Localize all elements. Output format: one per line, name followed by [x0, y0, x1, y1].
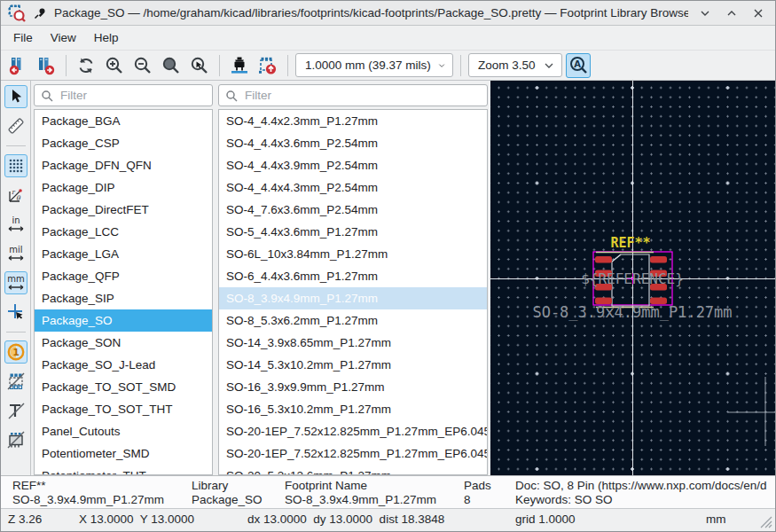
high-contrast-mode-button[interactable]: 1 [4, 340, 27, 364]
insert-footprint-in-board-button[interactable] [227, 53, 252, 78]
zoom-level-value: Zoom 3.50 [478, 59, 536, 72]
window-title: Package_SO — /home/graham/kicad/librarie… [54, 6, 688, 20]
grid-size-select[interactable]: 1.0000 mm (39.37 mils) [295, 53, 453, 77]
library-list-item[interactable]: Package_TO_SOT_SMD [35, 376, 212, 398]
search-icon [225, 90, 238, 102]
units-mils-button[interactable]: mil [4, 242, 27, 265]
zoom-fit-button[interactable] [159, 53, 184, 78]
menu-help[interactable]: Help [85, 27, 128, 48]
library-filter-input[interactable] [59, 88, 206, 103]
pin-icon[interactable] [33, 6, 47, 20]
menu-file[interactable]: File [4, 27, 42, 48]
library-list-item[interactable]: Package_TO_SOT_THT [35, 398, 212, 420]
svg-text:mil: mil [9, 245, 22, 254]
library-filter[interactable] [34, 84, 213, 106]
footprint-panel: SO-4_4.4x2.3mm_P1.27mmSO-4_4.4x3.6mm_P2.… [216, 81, 490, 475]
polar-coords-icon: r θ [7, 186, 25, 204]
auto-zoom-icon: A [568, 55, 589, 76]
footprint-list-item[interactable]: SO-4_7.6x3.6mm_P2.54mm [219, 199, 487, 221]
library-list-item[interactable]: Potentiometer_THT [35, 465, 212, 475]
crosshair-cursor-button[interactable] [4, 301, 27, 324]
sketch-pads-mode-button[interactable] [4, 370, 27, 393]
footprint-list-item[interactable]: SO-20-1EP_7.52x12.825mm_P1.27mm_EP6.045 [219, 442, 487, 465]
zoom-out-button[interactable] [130, 53, 155, 78]
refresh-button[interactable] [74, 53, 98, 78]
status-grid: grid 1.0000 [515, 512, 576, 526]
library-list-item[interactable]: Package_SO_J-Lead [35, 354, 212, 376]
zoom-level-select[interactable]: Zoom 3.50 [468, 53, 562, 77]
footprint-list-item[interactable]: SO-4_4.4x2.3mm_P1.27mm [219, 110, 487, 132]
maximize-button[interactable] [722, 4, 741, 23]
add-footprint-to-board-button[interactable] [255, 53, 280, 78]
chevron-up-icon [725, 6, 739, 20]
insert-footprint-icon [229, 55, 250, 76]
footprint-list-item[interactable]: SO-16_5.3x10.2mm_P1.27mm [219, 398, 487, 420]
svg-text:θ: θ [16, 194, 21, 202]
library-list-item[interactable]: Package_DIP [35, 176, 212, 199]
footprint-list-item[interactable]: SO-16_3.9x9.9mm_P1.27mm [219, 376, 487, 398]
measure-tool-button[interactable] [4, 114, 27, 137]
polar-coordinates-button[interactable]: r θ [4, 184, 27, 207]
main-area: r θ in mil mm [1, 81, 775, 475]
footprint-list-item[interactable]: SO-8_5.3x6.2mm_P1.27mm [219, 309, 487, 332]
library-list-item[interactable]: Panel_Cutouts [35, 420, 212, 442]
footprint-filter[interactable] [218, 84, 488, 106]
footprint-list-item[interactable]: SO-5_4.4x3.6mm_P1.27mm [219, 221, 487, 243]
minimize-button[interactable] [695, 4, 715, 23]
library-list-item[interactable]: Package_SIP [35, 287, 212, 309]
library-list-item[interactable]: Package_LCC [35, 221, 212, 243]
svg-text:in: in [12, 215, 20, 225]
next-library-button[interactable] [34, 53, 59, 78]
footprint-list-item[interactable]: SO-8_3.9x4.9mm_P1.27mm [219, 287, 487, 309]
library-list-item[interactable]: Potentiometer_SMD [35, 442, 212, 465]
footprint-filter-input[interactable] [243, 88, 481, 103]
footprint-list-item[interactable]: SO-6_4.4x3.6mm_P1.27mm [219, 265, 487, 287]
footprint-list-item[interactable]: SO-4_4.4x3.6mm_P2.54mm [219, 132, 487, 154]
library-list-item[interactable]: Package_DirectFET [35, 199, 212, 221]
library-list-item[interactable]: Package_CSP [35, 132, 212, 154]
sketch-pads-icon [6, 372, 26, 391]
footprint-list-item[interactable]: SO-4_4.4x3.9mm_P2.54mm [219, 154, 487, 176]
menu-view[interactable]: View [42, 27, 85, 48]
library-list-item[interactable]: Package_BGA [35, 110, 212, 132]
resize-grip[interactable] [759, 515, 772, 528]
unit-mm-icon: mm [6, 273, 26, 293]
sketch-text-mode-button[interactable] [4, 399, 27, 422]
footprint-preview-canvas[interactable]: REF** ${REFERENCE} SO-8_3.9x4.9mm_P1.27m… [490, 81, 775, 475]
footprint-list-item[interactable]: SO-4_4.4x4.3mm_P2.54mm [219, 176, 487, 199]
footprint-list-item[interactable]: SO-20_5.3x12.6mm_P1.27mm [219, 465, 487, 475]
footprint-list-item[interactable]: SO-14_3.9x8.65mm_P1.27mm [219, 332, 487, 354]
auto-zoom-toggle-button[interactable]: A [566, 53, 591, 78]
units-mm-button[interactable]: mm [4, 271, 27, 294]
info-pads-value: 8 [464, 493, 471, 506]
svg-text:1: 1 [12, 347, 20, 358]
chevron-down-icon [438, 60, 445, 71]
reference-field-text: ${REFERENCE} [581, 270, 684, 287]
status-cursor-position: X 13.0000 Y 13.0000 [79, 512, 194, 526]
zoom-in-icon [104, 55, 125, 76]
footprint-library-browser-window: Package_SO — /home/graham/kicad/librarie… [0, 0, 776, 532]
cursor-icon [7, 88, 25, 106]
pad-8 [650, 256, 667, 263]
library-list-item[interactable]: Package_QFP [35, 265, 212, 287]
zoom-selection-button[interactable] [187, 53, 212, 78]
select-tool-button[interactable] [4, 85, 27, 108]
zoom-in-button[interactable] [102, 53, 127, 78]
library-list-item[interactable]: Package_DFN_QFN [35, 154, 212, 176]
svg-text:mm: mm [7, 274, 24, 284]
footprint-list-item[interactable]: SO-14_5.3x10.2mm_P1.27mm [219, 354, 487, 376]
units-inches-button[interactable]: in [4, 213, 27, 236]
close-button[interactable] [749, 4, 768, 23]
sketch-footprint-mode-button[interactable] [4, 428, 27, 451]
library-list-item[interactable]: Package_SO [35, 309, 212, 332]
footprint-list-item[interactable]: SO-6L_10x3.84mm_P1.27mm [219, 243, 487, 265]
toolbar-separator [219, 55, 220, 76]
chevron-down-icon [544, 60, 554, 71]
library-list-item[interactable]: Package_LGA [35, 243, 212, 265]
previous-library-button[interactable] [5, 53, 30, 78]
search-icon [41, 90, 53, 102]
library-list-item[interactable]: Package_SON [35, 332, 212, 354]
grid-toggle-button[interactable] [4, 154, 27, 177]
footprint-list-item[interactable]: SO-20-1EP_7.52x12.825mm_P1.27mm_EP6.045 [219, 420, 487, 442]
toolbar-separator [6, 145, 26, 146]
